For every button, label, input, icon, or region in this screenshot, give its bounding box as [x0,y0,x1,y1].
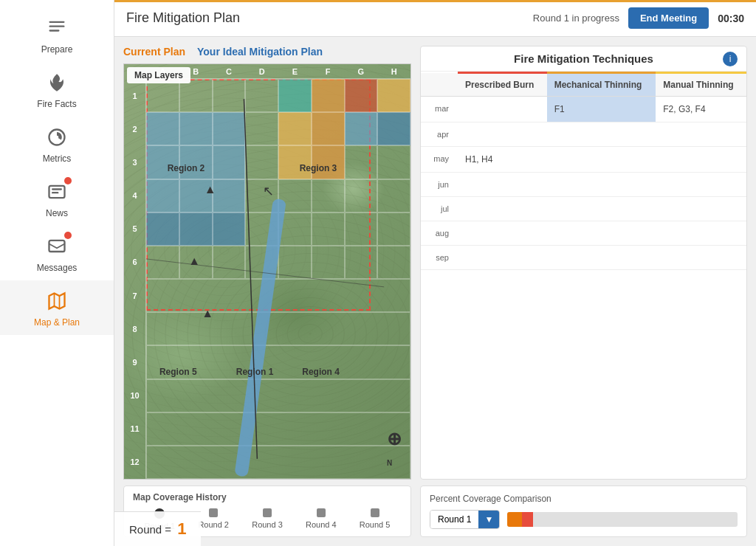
grid-cell [213,246,246,279]
month-may: may [421,147,458,173]
mechanical-may [547,147,656,173]
grid-cell [245,145,278,179]
sidebar: Prepare Fire Facts Metrics News Messages [0,0,114,546]
month-aug: aug [421,221,458,246]
messages-icon [44,233,70,260]
percent-coverage-title: Percent Coverage Comparison [430,494,738,504]
sidebar-item-fire-facts[interactable]: Fire Facts [0,62,114,117]
grid-cell [377,212,410,246]
techniques-table: Prescribed Burn Mechanical Thinning Manu… [421,72,746,270]
news-icon [44,179,70,205]
round-select-arrow[interactable]: ▼ [478,511,499,528]
grid-cell [179,212,213,246]
sidebar-item-label-fire-facts: Fire Facts [37,99,76,109]
manual-sep [656,246,746,270]
grid-cell [312,112,345,145]
grid-cell [146,246,179,279]
prescribed-mar [458,97,547,122]
map-container[interactable]: A B C D E F G H 1 2 3 4 5 6 7 [123,63,411,480]
info-icon[interactable]: i [723,52,738,66]
grid-cell [213,112,246,145]
sidebar-item-label-messages: Messages [37,263,78,273]
mechanical-apr [547,122,656,147]
month-jul: jul [421,197,458,221]
grid-cell [146,112,179,145]
plan-labels: Current Plan Your Ideal Mitigation Plan [123,46,411,58]
top-bar: Fire Mitigation Plan Round 1 in progress… [114,0,756,37]
round-indicator-label: Round = [129,523,171,536]
col-header-f: F [312,64,345,78]
coverage-history-title: Map Coverage History [133,492,402,502]
round-5-label: Round 5 [360,520,391,529]
grid-cell [146,212,179,246]
table-row: jun [421,173,746,197]
grid-cell [377,79,410,112]
sidebar-item-label-news: News [46,208,68,218]
coverage-round-5[interactable]: Round 5 [360,508,391,531]
table-header-row: Prescribed Burn Mechanical Thinning Manu… [421,73,746,97]
grid-cell [345,112,378,145]
coverage-round-2[interactable]: Round 2 [198,508,229,531]
sidebar-item-label-metrics: Metrics [43,153,72,164]
col-header-d: D [245,64,278,78]
table-row: aug [421,221,746,246]
round-2-label: Round 2 [198,520,229,529]
manual-jul [656,197,746,221]
main-content: Fire Mitigation Plan Round 1 in progress… [114,0,756,546]
coverage-round-3[interactable]: Round 3 [252,508,283,531]
table-row: sep [421,246,746,270]
grid-cell [345,79,378,112]
round-3-label: Round 3 [252,520,283,529]
sidebar-item-metrics[interactable]: Metrics [0,117,114,171]
map-layers-label: Map Layers [134,70,183,80]
col-header-month [421,73,458,97]
svg-rect-7 [52,192,58,193]
round-status: Round 1 in progress [533,13,619,24]
camp-icon-1: ▲ [205,183,216,196]
month-apr: apr [421,122,458,147]
table-row: jul [421,197,746,221]
grid-cell [213,145,246,179]
coverage-round-4[interactable]: Round 4 [306,508,337,531]
col-header-g: G [345,64,378,78]
svg-rect-0 [49,21,65,23]
grid-overlay [146,79,410,479]
manual-may [656,147,746,173]
col-header-e: E [278,64,312,78]
sidebar-item-prepare[interactable]: Prepare [0,7,114,62]
grid-cell [146,179,179,212]
svg-rect-8 [49,241,65,252]
grid-cell [377,145,410,179]
region-label-1: Region 1 [236,367,274,377]
grid-cell [146,412,410,446]
grid-cell [213,212,246,246]
grid-cell [278,246,312,279]
grid-cell [146,446,410,479]
sidebar-item-news[interactable]: News [0,171,114,226]
end-meeting-button[interactable]: End Meeting [628,7,709,29]
sidebar-item-label-map-plan: Map & Plan [34,317,80,328]
grid-cell [146,312,410,345]
grid-cell [146,279,410,312]
grid-cell [312,79,345,112]
grid-row-headers: 1 2 3 4 5 6 7 8 9 10 11 12 [124,79,146,479]
prescribed-aug [458,221,547,246]
round-4-label: Round 4 [306,520,337,529]
svg-rect-2 [49,30,60,31]
prescribed-jun [458,173,547,197]
progress-bar-top [114,0,756,2]
mechanical-aug [547,221,656,246]
mitigation-table-title: Fire Mitigation Techniques [514,52,653,65]
sidebar-item-map-plan[interactable]: Map & Plan [0,280,114,335]
manual-mar: F2, G3, F4 [656,97,746,122]
current-plan-label: Current Plan [123,46,185,58]
news-badge [64,177,72,184]
map-panel: Current Plan Your Ideal Mitigation Plan … [123,46,411,537]
mechanical-jul [547,197,656,221]
region-label-3: Region 3 [300,163,337,173]
percent-controls: Round 1 ▼ [430,510,738,529]
round-select-dropdown[interactable]: Round 1 ▼ [430,510,500,529]
sidebar-item-messages[interactable]: Messages [0,226,114,280]
map-layers-popup[interactable]: Map Layers [127,67,190,83]
mechanical-jun [547,173,656,197]
